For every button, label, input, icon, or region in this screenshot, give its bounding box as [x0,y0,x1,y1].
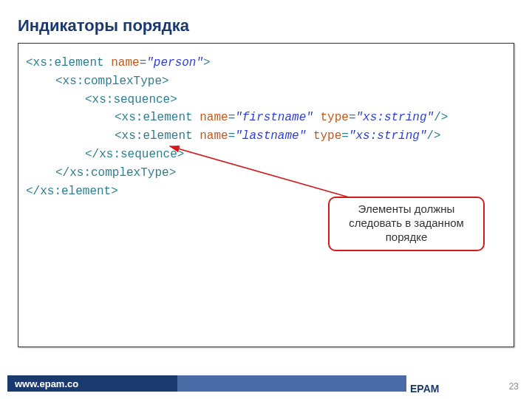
callout-box: Элементы должны следовать в заданном пор… [328,197,485,251]
code-line: <xs:element name="lastname" type="xs:str… [26,127,506,146]
slide: Индикаторы порядка <xs:element name="per… [0,0,532,399]
code-line: <xs:complexType> [26,72,506,91]
slide-title: Индикаторы порядка [18,16,189,35]
code-block: <xs:element name="person"> <xs:complexTy… [18,43,514,347]
code-line: </xs:complexType> [26,164,506,183]
code-line: <xs:sequence> [26,91,506,109]
page-number: 23 [509,381,519,392]
footer-brand: EPAM [410,383,439,395]
footer-url: www.epam.co [7,375,177,392]
footer-accent [177,375,406,392]
code-line: <xs:element name="person"> [26,54,506,72]
code-line: <xs:element name="firstname" type="xs:st… [26,109,506,127]
code-line: </xs:sequence> [26,146,506,164]
footer: www.epam.co EPAM 23 [0,375,532,399]
